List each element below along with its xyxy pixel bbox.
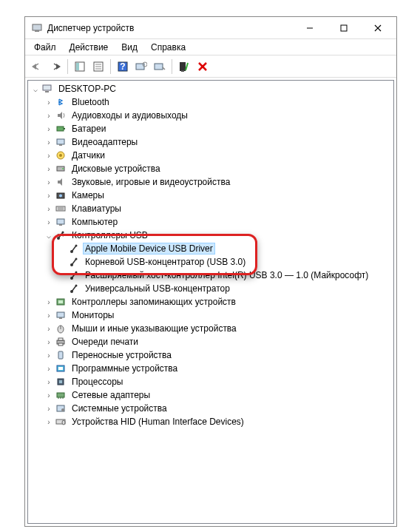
- chevron-right-icon[interactable]: ›: [43, 165, 55, 173]
- disk-icon: [55, 163, 67, 175]
- tree-item-generic-hub[interactable]: Универсальный USB-концентратор: [28, 282, 393, 295]
- chevron-right-icon[interactable]: ›: [43, 205, 55, 213]
- tree-category-storage-controllers[interactable]: ›Контроллеры запоминающих устройств: [28, 295, 393, 309]
- tree-category-audio[interactable]: ›Аудиовходы и аудиовыходы: [28, 109, 393, 122]
- svg-rect-69: [57, 393, 64, 397]
- tree-category-processors[interactable]: ›Процессоры: [28, 375, 393, 388]
- chevron-right-icon[interactable]: ›: [43, 391, 55, 400]
- chevron-right-icon[interactable]: ›: [43, 351, 55, 360]
- svg-rect-58: [59, 317, 62, 319]
- svg-rect-17: [180, 62, 186, 71]
- tree-category-keyboards[interactable]: ›Клавиатуры: [28, 202, 393, 215]
- tree-root[interactable]: ⌵ DESKTOP-PC: [28, 82, 393, 95]
- software-device-icon: [55, 363, 67, 374]
- minimize-button[interactable]: [293, 17, 327, 38]
- tree-category-computer[interactable]: ›Компьютер: [28, 215, 393, 229]
- network-adapter-icon: [55, 389, 67, 401]
- chevron-right-icon[interactable]: ›: [43, 405, 55, 413]
- device-tree[interactable]: ⌵ DESKTOP-PC ›Bluetooth ›Аудиовходы и ау…: [27, 80, 394, 524]
- tree-label: Программные устройства: [70, 363, 180, 374]
- tree-category-usb-controllers[interactable]: ⌵Контроллеры USB: [28, 229, 393, 242]
- svg-rect-25: [57, 139, 64, 144]
- svg-point-76: [62, 420, 65, 425]
- scan-hardware-button[interactable]: [132, 58, 150, 75]
- tree-label: Камеры: [70, 189, 106, 201]
- chevron-right-icon[interactable]: ›: [43, 298, 55, 306]
- chevron-right-icon[interactable]: ›: [43, 152, 55, 160]
- chevron-right-icon[interactable]: ›: [43, 138, 55, 146]
- tree-category-disk[interactable]: ›Дисковые устройства: [28, 162, 393, 175]
- chevron-right-icon[interactable]: ›: [43, 192, 55, 200]
- chevron-right-icon[interactable]: ›: [43, 325, 55, 333]
- tree-category-monitors[interactable]: ›Мониторы: [28, 309, 393, 322]
- tree-category-video[interactable]: ›Видеоадаптеры: [28, 135, 393, 149]
- tree-category-bluetooth[interactable]: ›Bluetooth: [28, 95, 393, 109]
- svg-point-28: [59, 154, 62, 157]
- maximize-button[interactable]: [327, 17, 361, 38]
- chevron-right-icon[interactable]: ›: [43, 112, 55, 120]
- chevron-right-icon[interactable]: ›: [43, 98, 55, 107]
- tree-item-root-hub[interactable]: Корневой USB-концентратор (USB 3.0): [28, 255, 393, 269]
- tree-category-battery[interactable]: ›Батареи: [28, 122, 393, 135]
- properties-button[interactable]: [89, 58, 107, 75]
- chevron-right-icon[interactable]: ›: [43, 365, 55, 373]
- chevron-right-icon[interactable]: ›: [43, 338, 55, 346]
- tree-category-mice[interactable]: ›Мыши и иные указывающие устройства: [28, 322, 393, 335]
- printer-icon: [55, 336, 67, 348]
- svg-rect-26: [59, 144, 62, 146]
- svg-line-44: [72, 246, 76, 252]
- back-button[interactable]: [28, 58, 46, 75]
- uninstall-button[interactable]: [175, 58, 193, 75]
- tree-label: Расширяемый хост-контроллер Intel(R) USB…: [83, 269, 370, 281]
- tree-item-apple-usb[interactable]: Apple Mobile Device USB Driver: [28, 242, 393, 255]
- disable-button[interactable]: [194, 58, 211, 75]
- svg-rect-3: [341, 25, 347, 31]
- menu-file[interactable]: Файл: [28, 41, 62, 54]
- tree-label: Bluetooth: [70, 96, 112, 108]
- svg-rect-7: [76, 63, 79, 70]
- window-title: Диспетчер устройств: [47, 23, 293, 33]
- svg-rect-1: [35, 30, 39, 32]
- menu-action[interactable]: Действие: [64, 41, 115, 54]
- help-button[interactable]: ?: [114, 58, 132, 75]
- tree-category-hid[interactable]: ›Устройства HID (Human Interface Devices…: [28, 415, 393, 428]
- svg-rect-21: [43, 85, 51, 90]
- menu-view[interactable]: Вид: [115, 41, 143, 54]
- show-hide-tree-button[interactable]: [71, 58, 89, 75]
- usb-icon: [55, 229, 67, 241]
- forward-button[interactable]: [47, 58, 64, 75]
- tree-category-portable[interactable]: ›Переносные устройства: [28, 348, 393, 362]
- tree-category-network[interactable]: ›Сетевые адаптеры: [28, 388, 393, 402]
- tree-label: Мыши и иные указывающие устройства: [70, 323, 239, 334]
- chevron-right-icon[interactable]: ›: [43, 378, 55, 386]
- tree-category-software[interactable]: ›Программные устройства: [28, 362, 393, 375]
- chevron-down-icon[interactable]: ⌵: [43, 232, 55, 240]
- tree-label: Универсальный USB-концентратор: [83, 283, 232, 294]
- tree-category-sound[interactable]: ›Звуковые, игровые и видеоустройства: [28, 175, 393, 189]
- chevron-right-icon[interactable]: ›: [43, 178, 55, 186]
- tree-category-sensors[interactable]: ›Датчики: [28, 149, 393, 162]
- tree-category-system[interactable]: ›Системные устройства: [28, 402, 393, 415]
- processor-icon: [55, 376, 67, 388]
- tree-item-xhci[interactable]: Расширяемый хост-контроллер Intel(R) USB…: [28, 269, 393, 282]
- mouse-icon: [55, 323, 67, 334]
- close-button[interactable]: [361, 17, 395, 38]
- chevron-right-icon[interactable]: ›: [43, 218, 55, 226]
- svg-rect-57: [57, 312, 64, 317]
- chevron-down-icon[interactable]: ⌵: [30, 85, 41, 93]
- chevron-right-icon[interactable]: ›: [43, 418, 55, 426]
- tree-category-cameras[interactable]: ›Камеры: [28, 189, 393, 202]
- svg-line-53: [72, 286, 76, 292]
- sound-icon: [55, 176, 67, 188]
- update-driver-button[interactable]: [151, 58, 169, 75]
- toolbar-separator: [110, 59, 111, 74]
- menu-help[interactable]: Справка: [145, 41, 192, 54]
- svg-point-48: [75, 258, 78, 260]
- chevron-right-icon[interactable]: ›: [43, 125, 55, 133]
- tree-category-print-queues[interactable]: ›Очереди печати: [28, 335, 393, 348]
- svg-rect-63: [58, 343, 63, 346]
- svg-rect-36: [57, 219, 64, 224]
- chevron-right-icon[interactable]: ›: [43, 311, 55, 320]
- svg-rect-33: [56, 206, 65, 211]
- bluetooth-icon: [55, 96, 67, 108]
